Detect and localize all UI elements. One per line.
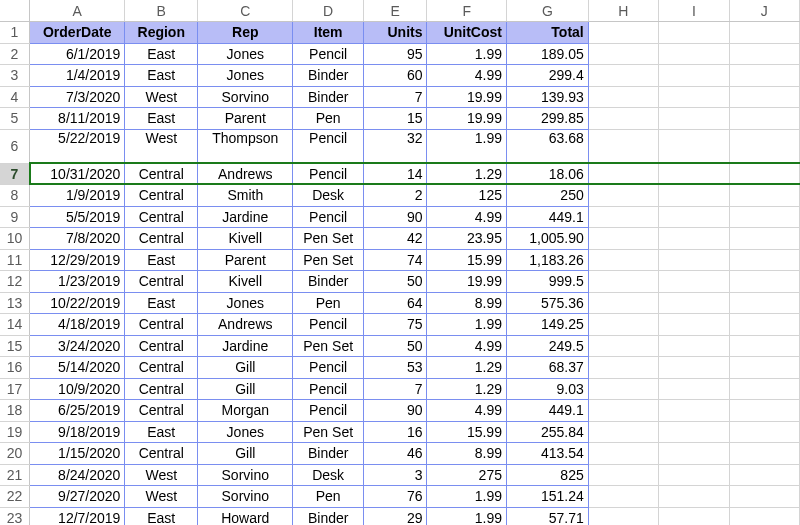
cell-J18[interactable] — [729, 400, 799, 422]
cell-J16[interactable] — [729, 357, 799, 379]
cell-A13[interactable]: 10/22/2019 — [30, 292, 125, 314]
cell-C14[interactable]: Andrews — [198, 314, 293, 336]
cell-J21[interactable] — [729, 464, 799, 486]
cell-A3[interactable]: 1/4/2019 — [30, 65, 125, 87]
cell-G7[interactable]: 18.06 — [506, 163, 588, 185]
cell-C20[interactable]: Gill — [198, 443, 293, 465]
row-header-17[interactable]: 17 — [0, 378, 30, 400]
cell-G5[interactable]: 299.85 — [506, 108, 588, 130]
cell-F13[interactable]: 8.99 — [427, 292, 506, 314]
cell-F3[interactable]: 4.99 — [427, 65, 506, 87]
cell-H8[interactable] — [588, 185, 658, 207]
cell-G1[interactable]: Total — [506, 22, 588, 44]
row-header-16[interactable]: 16 — [0, 357, 30, 379]
cell-I9[interactable] — [659, 206, 729, 228]
cell-E21[interactable]: 3 — [363, 464, 427, 486]
cell-G9[interactable]: 449.1 — [506, 206, 588, 228]
cell-I23[interactable] — [659, 507, 729, 525]
cell-I15[interactable] — [659, 335, 729, 357]
cell-J4[interactable] — [729, 86, 799, 108]
cell-I2[interactable] — [659, 43, 729, 65]
row-header-10[interactable]: 10 — [0, 228, 30, 250]
cell-C8[interactable]: Smith — [198, 185, 293, 207]
cell-F9[interactable]: 4.99 — [427, 206, 506, 228]
cell-J14[interactable] — [729, 314, 799, 336]
cell-D7[interactable]: Pencil — [293, 163, 363, 185]
cell-I21[interactable] — [659, 464, 729, 486]
row-header-22[interactable]: 22 — [0, 486, 30, 508]
column-header-D[interactable]: D — [293, 0, 363, 22]
cell-A12[interactable]: 1/23/2019 — [30, 271, 125, 293]
cell-J20[interactable] — [729, 443, 799, 465]
cell-J11[interactable] — [729, 249, 799, 271]
column-header-H[interactable]: H — [588, 0, 658, 22]
column-header-B[interactable]: B — [125, 0, 198, 22]
cell-H7[interactable] — [588, 163, 658, 185]
cell-H16[interactable] — [588, 357, 658, 379]
cell-I5[interactable] — [659, 108, 729, 130]
cell-H12[interactable] — [588, 271, 658, 293]
column-header-F[interactable]: F — [427, 0, 506, 22]
cell-E3[interactable]: 60 — [363, 65, 427, 87]
cell-A10[interactable]: 7/8/2020 — [30, 228, 125, 250]
cell-E9[interactable]: 90 — [363, 206, 427, 228]
row-header-8[interactable]: 8 — [0, 185, 30, 207]
row-header-20[interactable]: 20 — [0, 443, 30, 465]
cell-B21[interactable]: West — [125, 464, 198, 486]
cell-A21[interactable]: 8/24/2020 — [30, 464, 125, 486]
column-header-E[interactable]: E — [363, 0, 427, 22]
cell-E8[interactable]: 2 — [363, 185, 427, 207]
cell-B11[interactable]: East — [125, 249, 198, 271]
cell-F11[interactable]: 15.99 — [427, 249, 506, 271]
cell-G21[interactable]: 825 — [506, 464, 588, 486]
cell-A22[interactable]: 9/27/2020 — [30, 486, 125, 508]
cell-J5[interactable] — [729, 108, 799, 130]
cell-C2[interactable]: Jones — [198, 43, 293, 65]
row-header-4[interactable]: 4 — [0, 86, 30, 108]
cell-B19[interactable]: East — [125, 421, 198, 443]
cell-D4[interactable]: Binder — [293, 86, 363, 108]
cell-I4[interactable] — [659, 86, 729, 108]
cell-E15[interactable]: 50 — [363, 335, 427, 357]
cell-J7[interactable] — [729, 163, 799, 185]
cell-J17[interactable] — [729, 378, 799, 400]
cell-A20[interactable]: 1/15/2020 — [30, 443, 125, 465]
cell-C7[interactable]: Andrews — [198, 163, 293, 185]
cell-H15[interactable] — [588, 335, 658, 357]
cell-I10[interactable] — [659, 228, 729, 250]
cell-D1[interactable]: Item — [293, 22, 363, 44]
cell-E10[interactable]: 42 — [363, 228, 427, 250]
cell-H20[interactable] — [588, 443, 658, 465]
column-header-G[interactable]: G — [506, 0, 588, 22]
cell-H21[interactable] — [588, 464, 658, 486]
cell-G22[interactable]: 151.24 — [506, 486, 588, 508]
cell-J9[interactable] — [729, 206, 799, 228]
row-header-6[interactable]: 6 — [0, 129, 30, 163]
cell-I14[interactable] — [659, 314, 729, 336]
cell-B12[interactable]: Central — [125, 271, 198, 293]
cell-D18[interactable]: Pencil — [293, 400, 363, 422]
cell-A8[interactable]: 1/9/2019 — [30, 185, 125, 207]
cell-D5[interactable]: Pen — [293, 108, 363, 130]
cell-I7[interactable] — [659, 163, 729, 185]
cell-C12[interactable]: Kivell — [198, 271, 293, 293]
cell-F15[interactable]: 4.99 — [427, 335, 506, 357]
cell-F22[interactable]: 1.99 — [427, 486, 506, 508]
cell-D8[interactable]: Desk — [293, 185, 363, 207]
cell-G11[interactable]: 1,183.26 — [506, 249, 588, 271]
cell-E5[interactable]: 15 — [363, 108, 427, 130]
cell-C19[interactable]: Jones — [198, 421, 293, 443]
cell-A15[interactable]: 3/24/2020 — [30, 335, 125, 357]
cell-H5[interactable] — [588, 108, 658, 130]
cell-I3[interactable] — [659, 65, 729, 87]
cell-D15[interactable]: Pen Set — [293, 335, 363, 357]
cell-B16[interactable]: Central — [125, 357, 198, 379]
cell-C18[interactable]: Morgan — [198, 400, 293, 422]
cell-F6[interactable]: 1.99 — [427, 129, 506, 163]
row-header-2[interactable]: 2 — [0, 43, 30, 65]
row-header-12[interactable]: 12 — [0, 271, 30, 293]
cell-E4[interactable]: 7 — [363, 86, 427, 108]
cell-H4[interactable] — [588, 86, 658, 108]
cell-D6[interactable]: Pencil — [293, 129, 363, 163]
cell-A1[interactable]: OrderDate — [30, 22, 125, 44]
